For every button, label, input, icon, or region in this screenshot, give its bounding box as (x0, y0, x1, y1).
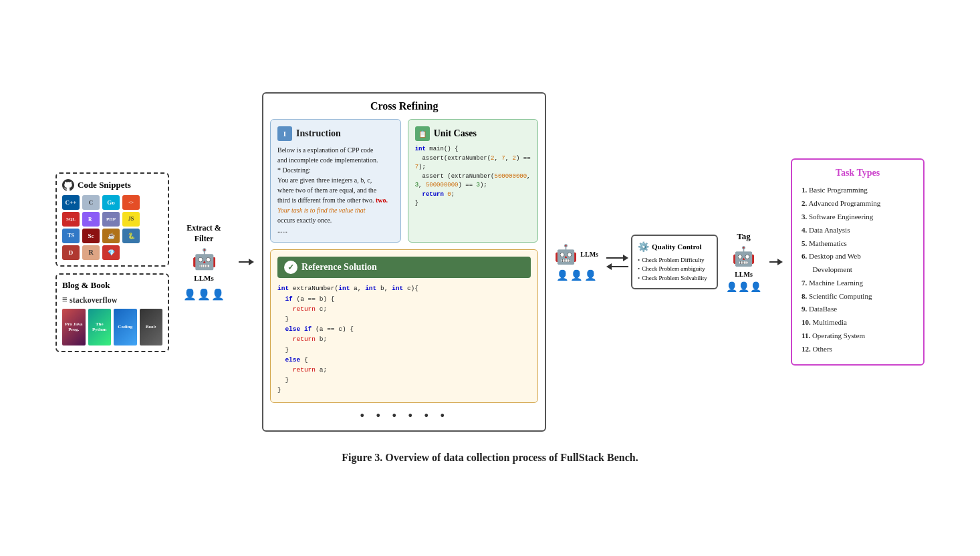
language-logos: C++ C Go <> SQL R PHP JS TS (62, 195, 162, 260)
arrow-right-1 (606, 255, 628, 261)
human-icon-1: 👤 (183, 288, 197, 301)
unit-cases-box: 📋 Unit Cases int main() { assert(extraNu… (408, 119, 539, 243)
php-badge: PHP (102, 212, 120, 227)
code-snippets-label: Code Snippets (78, 180, 131, 190)
html-badge: <> (122, 195, 140, 210)
book-bool: Bool: (140, 309, 163, 345)
cross-refining-box: Cross Refining I Instruction Below is a … (262, 92, 546, 431)
dots-row: • • • • • • (270, 408, 538, 424)
task-types-title: Task Types (802, 168, 914, 178)
py-badge2: 🐍 (122, 229, 140, 243)
logos-row-4: D R 💎 (62, 245, 162, 260)
unit-cases-title: 📋 Unit Cases (415, 126, 531, 141)
js-badge: JS (122, 212, 140, 227)
task-type-9: 9. DataBase (802, 303, 914, 316)
instruction-text: Below is a explanation of CPP code and i… (277, 145, 394, 235)
blog-book-label: Blog & Book (62, 280, 110, 291)
qc-item-1: • Check Problem Difficulty (638, 256, 711, 265)
llms-label-tag: LLMs (735, 271, 753, 278)
blog-book-title: Blog & Book (62, 280, 162, 291)
task-type-2: 2. Advanced Programming (802, 197, 914, 211)
task-type-6: 6. Desktop and Web Development (802, 250, 914, 277)
llm-robot-icon-left: 🤖 (192, 247, 217, 271)
qc-item-3: • Check Problem Solvability (638, 274, 711, 283)
diagram-area: Code Snippets C++ C Go <> SQL R PHP (55, 92, 925, 431)
tag-label: Tag (737, 231, 750, 242)
ruby-badge: 💎 (102, 245, 120, 260)
quality-control-box: ⚙️ Quality Control • Check Problem Diffi… (631, 235, 718, 290)
blog-book-box: Blog & Book ≡ stackoverflow Pro Java Pro… (55, 273, 169, 352)
r-badge: R (82, 212, 100, 227)
rust-badge: R (82, 245, 100, 260)
ts-badge: TS (62, 229, 80, 243)
cr-top-row: I Instruction Below is a explanation of … (270, 119, 538, 243)
check-icon: ✓ (284, 261, 297, 274)
main-container: Code Snippets C++ C Go <> SQL R PHP (13, 92, 967, 463)
d-badge: D (62, 245, 80, 260)
human-icon-2: 👤 (197, 288, 211, 301)
github-icon (62, 179, 74, 191)
llms-right-group: 🤖 LLMs (554, 243, 598, 265)
quality-control-title: ⚙️ Quality Control (638, 241, 711, 253)
task-type-3: 3. Software Engineering (802, 211, 914, 224)
qc-icon: ⚙️ (638, 241, 649, 253)
llms-label-right: LLMs (580, 251, 598, 258)
sql-badge: SQL (62, 212, 80, 227)
book-coding: Coding (114, 309, 137, 345)
stackoverflow-logo: ≡ stackoverflow (62, 295, 162, 305)
cpp-badge: C++ (62, 195, 80, 210)
human-right-1: 👤 (556, 269, 569, 281)
task-type-1: 1. Basic Programming (802, 184, 914, 197)
extract-filter-label: Extract & Filter (177, 223, 231, 244)
reference-solution-box: ✓ Reference Solution int extraNumber(int… (270, 249, 538, 402)
task-type-8: 8. Scientific Computing (802, 290, 914, 303)
books-row: Pro Java Prog. The Python Coding Bool: (62, 309, 162, 345)
code-snippets-title: Code Snippets (62, 179, 162, 191)
logos-row-3: TS Sc ☕ 🐍 (62, 229, 162, 243)
arrow-to-cross-refining (239, 259, 254, 265)
book-python: The Python (88, 309, 112, 345)
book-java: Pro Java Prog. (62, 309, 86, 345)
logos-row-2: SQL R PHP JS (62, 212, 162, 227)
reference-solution-code: int extraNumber(int a, int b, int c){ if… (277, 283, 531, 395)
java-badge: ☕ (102, 229, 120, 243)
c-badge: C (82, 195, 100, 210)
left-panel: Code Snippets C++ C Go <> SQL R PHP (55, 172, 169, 352)
human-icon-3: 👤 (211, 288, 225, 301)
instruction-title: I Instruction (277, 126, 394, 141)
reference-solution-title: ✓ Reference Solution (277, 257, 531, 278)
figure-caption: Figure 3. Overview of data collection pr… (342, 452, 638, 464)
task-type-10: 10. Multimedia (802, 316, 914, 329)
instruction-box: I Instruction Below is a explanation of … (270, 119, 401, 243)
go-badge: Go (102, 195, 120, 210)
task-type-4: 4. Data Analysis (802, 224, 914, 237)
unit-cases-code: int main() { assert(extraNumber(2, 7, 2)… (415, 145, 531, 208)
task-type-5: 5. Mathematics (802, 237, 914, 251)
llm-robot-right: 🤖 (554, 243, 578, 265)
qc-item-2: • Check Problem ambiguity (638, 265, 711, 274)
bidirectional-arrows (606, 255, 628, 270)
task-type-11: 11. Operating System (802, 329, 914, 343)
right-qc-section: 🤖 LLMs 👤 👤 👤 (554, 243, 598, 281)
unit-cases-icon: 📋 (415, 126, 430, 141)
arrow-qc-group: ⚙️ Quality Control • Check Problem Diffi… (606, 235, 718, 290)
human-right-3: 👤 (584, 269, 597, 281)
task-type-7: 7. Machine Learning (802, 277, 914, 290)
scala-badge: Sc (82, 229, 100, 243)
tag-section: Tag 🤖 LLMs 👤 👤 👤 (726, 231, 761, 293)
human-right-2: 👤 (570, 269, 583, 281)
logos-row-1: C++ C Go <> (62, 195, 162, 210)
human-icons-right: 👤 👤 👤 (556, 269, 597, 281)
task-type-12: 12. Others (802, 343, 914, 356)
code-snippets-box: Code Snippets C++ C Go <> SQL R PHP (55, 172, 169, 267)
svg-text:R: R (88, 216, 92, 222)
human-icons-left: 👤 👤 👤 (183, 288, 225, 301)
cross-refining-title: Cross Refining (270, 100, 538, 112)
stackoverflow-label: stackoverflow (70, 295, 117, 305)
extract-filter-section: Extract & Filter 🤖 LLMs 👤 👤 👤 (177, 223, 231, 301)
arrow-to-task-types (769, 259, 783, 265)
llm-robot-tag: 🤖 (732, 245, 755, 267)
human-icons-tag: 👤 👤 👤 (726, 281, 761, 293)
instruction-icon: I (277, 126, 292, 141)
llms-label-left: LLMs (194, 274, 213, 282)
